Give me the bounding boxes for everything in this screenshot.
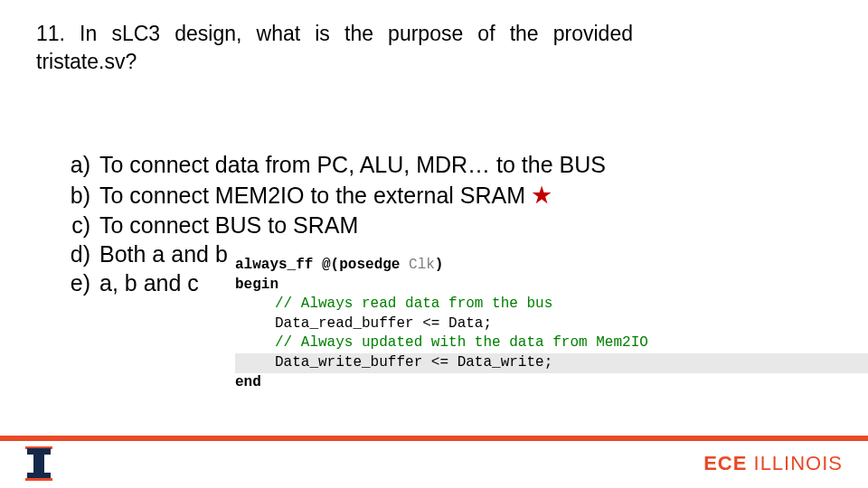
answer-b: b) To connect MEM2IO to the external SRA… [67,181,606,210]
code-token: Clk [409,257,435,273]
code-token: ) [435,257,444,273]
code-token: always_ff @(posedge [235,257,409,273]
question-text: 11. In sLC3 design, what is the purpose … [36,20,633,76]
answer-letter: e) [67,270,99,296]
footer: ECE ILLINOIS [0,441,868,488]
answer-letter: a) [67,152,99,178]
answer-text: To connect MEM2IO to the external SRAM [99,183,525,209]
code-comment: // Always updated with the data from Mem… [235,333,868,353]
illinois-block-i-icon [25,448,52,479]
code-line-highlight: Data_write_buffer <= Data_write; [235,353,868,373]
code-line: always_ff @(posedge Clk) [235,256,868,276]
correct-star-icon: ★ [531,181,552,210]
answer-text: To connect data from PC, ALU, MDR… to th… [99,152,606,178]
answer-text: a, b and c [99,270,199,296]
answer-text: Both a and b [99,241,228,267]
code-line: Data_read_buffer <= Data; [235,314,868,334]
answer-a: a) To connect data from PC, ALU, MDR… to… [67,152,606,178]
answer-letter: b) [67,183,99,209]
code-snippet: always_ff @(posedge Clk) begin // Always… [235,256,868,392]
footer-ece: ECE [703,452,747,474]
answer-c: c) To connect BUS to SRAM [67,212,606,239]
code-line: begin [235,276,868,296]
code-comment: // Always read data from the bus [235,295,868,314]
answer-letter: c) [67,212,99,239]
footer-illinois: ILLINOIS [747,452,843,474]
answer-letter: d) [67,241,99,267]
answer-text: To connect BUS to SRAM [99,212,358,239]
footer-brand: ECE ILLINOIS [703,452,843,475]
code-line: end [235,373,868,393]
slide: 11. In sLC3 design, what is the purpose … [0,0,868,488]
